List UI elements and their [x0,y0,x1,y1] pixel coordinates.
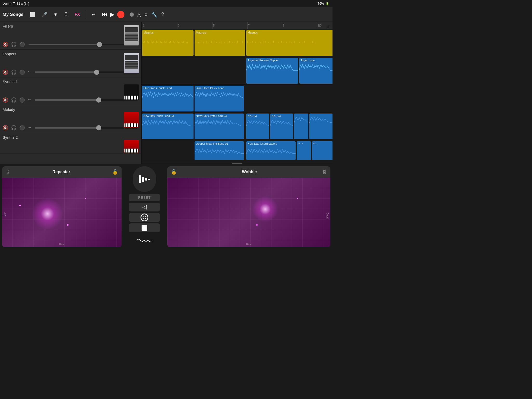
keyboard-red-icon-melody [124,112,139,128]
track-controls-toppers: 🔇 🎧 ⚫ 〜 [3,69,139,75]
track-name-melody: Melody [3,107,139,112]
repeater-dot-2 [67,224,69,226]
main-content: Fillers 🔇 🎧 ⚫ Toppers 🔇 🎧 ⚫ 〜 [0,22,332,164]
track-name-toppers: Toppers [3,52,139,56]
scrubber-thumb [130,12,134,17]
track-row-toppers: Toppers 🔇 🎧 ⚫ 〜 [0,50,141,77]
repeater-lock-icon[interactable]: 🔓 [112,169,118,175]
fx-button[interactable]: FX [72,11,82,18]
wobble-title: Wobble [242,170,257,174]
headphone-button-toppers[interactable]: 🎧 [11,69,17,75]
automation-toppers[interactable]: 〜 [28,70,31,75]
clip-blue-skies-2[interactable]: Blue Skies Pluck Lead [195,86,244,111]
track-lane-toppers: Together Forever Topper Toget...ppe [142,57,332,85]
record-button[interactable] [117,11,124,18]
automation-synths1[interactable]: 〜 [28,98,31,102]
wobble-right-icon[interactable]: 🎛 [322,169,327,175]
mute-button-toppers[interactable]: 🔇 [3,69,8,75]
wave-icon [138,174,151,184]
toolbar: My Songs ⬜ 🎤 ⊞ 🎚 FX ↩ ⏮ ▶ △ ○ 🔧 ? [0,7,332,22]
repeater-panel: 🎛 Repeater 🔓 Mix Rate [2,166,122,247]
wobble-waveform-container [137,236,152,247]
clip-magnus-3[interactable]: Magnus [246,30,332,56]
headphone-button-synths1[interactable]: 🎧 [11,97,17,103]
repeater-left-icon[interactable]: 🎛 [6,169,10,175]
clip-together-ppe[interactable]: Toget...ppe [299,58,332,84]
clip-ns-2[interactable]: N... [312,141,332,160]
clip-ne03-3[interactable] [294,114,308,139]
drum-machine-2-icon [124,53,139,73]
fx-record-button[interactable] [129,213,160,222]
back-icon: ◁ [142,204,147,210]
help-button[interactable]: ? [161,11,164,17]
mute-button-melody[interactable]: 🔇 [3,125,8,131]
volume-slider-toppers[interactable] [35,71,138,73]
wobble-xy-pad[interactable]: Depth Rate [167,178,330,247]
grid-view-button[interactable]: ⊞ [51,10,59,19]
clip-new-day-pluck[interactable]: New Day Pluck Lead 03 [142,114,194,139]
clip-ne03-2[interactable]: Ne...03 [270,114,293,139]
wobble-dot-1 [256,224,258,226]
fx-stop-button[interactable] [129,223,160,232]
headphone-button-melody[interactable]: 🎧 [11,125,17,131]
rewind-button[interactable]: ⏮ [102,11,108,18]
mute-button-fillers[interactable]: 🔇 [3,42,8,47]
repeater-x-label: Rate [59,243,64,246]
instrument-toppers[interactable] [124,53,139,74]
play-button[interactable]: ▶ [110,11,115,18]
record-circle-icon [141,214,148,221]
wobble-body[interactable]: Depth Rate [167,178,330,247]
record-arm-toppers[interactable]: ⚫ [19,69,25,75]
instrument-melody[interactable] [124,108,139,129]
timeline-area: 1 3 5 7 9 11 13 ＋ Magnus [142,22,332,164]
window-mode-button[interactable]: ⬜ [28,10,37,19]
track-lane-synths1: Blue Skies Pluck Lead Blue Skies Pluck L… [142,85,332,112]
mixer-button[interactable]: 🎚 [62,10,70,19]
status-left: 20:19 7月1日(月) [3,1,29,6]
instrument-fillers[interactable] [124,25,139,46]
clip-new-day-synth[interactable]: New Day Synth Lead 03 [195,114,244,139]
clip-together-forever[interactable]: Together Forever Topper [246,58,298,84]
clip-deeper-meaning[interactable]: Deeper Meaning Bass 01 [195,141,244,160]
clip-magnus-1[interactable]: Magnus [142,30,194,56]
undo-button[interactable]: ↩ [90,10,98,19]
battery-icon: 🔋 [325,2,329,5]
clip-ne03-1[interactable]: Ne...03 [246,114,269,139]
volume-slider-melody[interactable] [35,127,138,129]
settings-button[interactable]: 🔧 [151,11,158,18]
track-row-fillers: Fillers 🔇 🎧 ⚫ [0,22,141,50]
mute-button-synths1[interactable]: 🔇 [3,97,8,103]
repeater-dot-1 [19,205,21,206]
fx-back-button[interactable]: ◁ [129,203,160,211]
volume-slider-synths1[interactable] [35,99,138,101]
microphone-button[interactable]: 🎤 [39,10,49,19]
loop-button[interactable]: ○ [144,11,148,17]
clip-blue-skies-1[interactable]: Blue Skies Pluck Lead [142,86,194,111]
wobble-lock-icon[interactable]: 🔓 [171,169,177,175]
toolbar-divider [86,11,86,18]
record-arm-synths1[interactable]: ⚫ [19,97,25,103]
clip-ns-1[interactable]: N...s [297,141,311,160]
track-sidebar: Fillers 🔇 🎧 ⚫ Toppers 🔇 🎧 ⚫ 〜 [0,22,142,164]
fx-section: 🎛 Repeater 🔓 Mix Rate [0,164,332,249]
wobble-wave-icon [137,236,152,246]
battery-display: 76% [318,2,324,5]
clip-new-day-chord[interactable]: New Day Chord Layers [246,141,296,160]
repeater-xy-pad[interactable]: Mix Rate [2,178,122,247]
repeater-body[interactable]: Mix Rate [2,178,122,247]
record-arm-fillers[interactable]: ⚫ [19,42,25,47]
svg-rect-84 [139,175,141,183]
date-display: 7月1日(月) [13,1,29,6]
volume-slider-fillers[interactable] [29,44,138,45]
automation-melody[interactable]: 〜 [28,125,31,130]
stop-icon [142,225,147,231]
repeater-glow [32,198,63,229]
clip-magnus-2[interactable]: Magnus [195,30,245,56]
metronome-button[interactable]: △ [137,11,141,18]
record-arm-melody[interactable]: ⚫ [19,125,25,131]
headphone-button-fillers[interactable]: 🎧 [11,42,17,47]
instrument-synths1[interactable] [124,81,139,101]
reset-button[interactable]: RESET [129,194,160,201]
clip-ne03-4[interactable] [309,114,332,139]
instrument-synths2[interactable] [124,136,139,157]
